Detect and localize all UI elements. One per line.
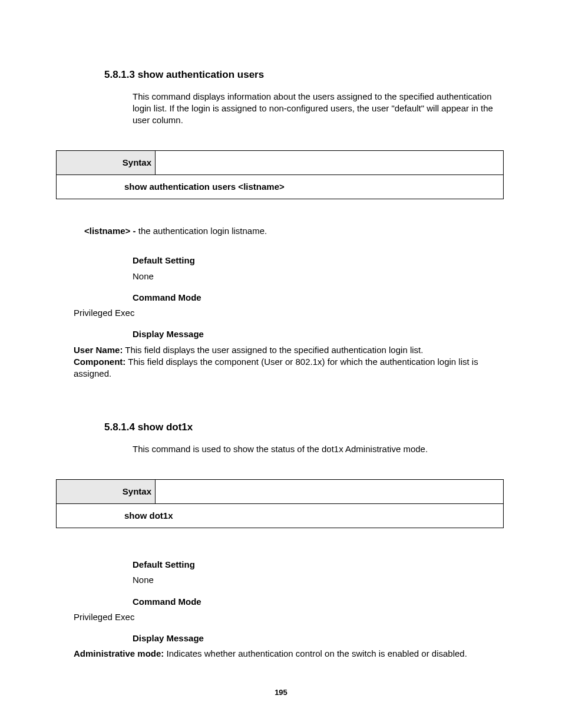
display-admin-mode: Administrative mode: Indicates whether a…: [74, 648, 504, 660]
param-desc: the authentication login listname.: [138, 226, 267, 236]
syntax-header: Syntax: [57, 151, 503, 175]
section-heading-5813: 5.8.1.3 show authentication users: [56, 68, 504, 82]
command-mode-label: Command Mode: [133, 596, 504, 608]
syntax-box-1: Syntax show authentication users <listna…: [56, 150, 504, 200]
admin-mode-desc: Indicates whether authentication control…: [164, 648, 467, 658]
display-message-label: Display Message: [133, 633, 504, 644]
page-number: 195: [0, 687, 562, 698]
component-desc: This field displays the component (User …: [74, 357, 478, 378]
admin-mode-label: Administrative mode:: [74, 648, 164, 658]
syntax-body: show authentication users <listname>: [57, 175, 503, 199]
syntax-box-2: Syntax show dot1x: [56, 479, 504, 529]
user-name-label: User Name:: [74, 345, 123, 355]
section-description: This command displays information about …: [133, 91, 504, 127]
display-component: Component: This field displays the compo…: [74, 356, 504, 380]
command-mode-label: Command Mode: [133, 292, 504, 304]
user-name-desc: This field displays the user assigned to…: [123, 345, 423, 355]
command-mode-value: Privileged Exec: [74, 307, 504, 319]
section-number: 5.8.1.4: [104, 421, 135, 433]
default-setting-value: None: [133, 271, 504, 282]
param-listname: <listname> - the authentication login li…: [56, 225, 504, 237]
section-title: show authentication users: [138, 69, 264, 80]
syntax-body: show dot1x: [57, 504, 503, 528]
syntax-label: Syntax: [57, 151, 156, 175]
section-description: This command is used to show the status …: [133, 443, 504, 455]
section-number: 5.8.1.3: [104, 69, 135, 80]
component-label: Component:: [74, 357, 125, 367]
display-message-label: Display Message: [133, 328, 504, 340]
default-setting-value: None: [133, 574, 504, 586]
param-name: <listname> -: [84, 226, 138, 236]
display-user-name: User Name: This field displays the user …: [74, 344, 504, 356]
command-mode-value: Privileged Exec: [74, 611, 504, 623]
default-setting-label: Default Setting: [133, 255, 504, 266]
section-heading-5814: 5.8.1.4 show dot1x: [56, 421, 504, 434]
default-setting-label: Default Setting: [133, 559, 504, 571]
section-title: show dot1x: [138, 421, 193, 433]
syntax-header: Syntax: [57, 480, 503, 504]
syntax-label: Syntax: [57, 480, 156, 504]
